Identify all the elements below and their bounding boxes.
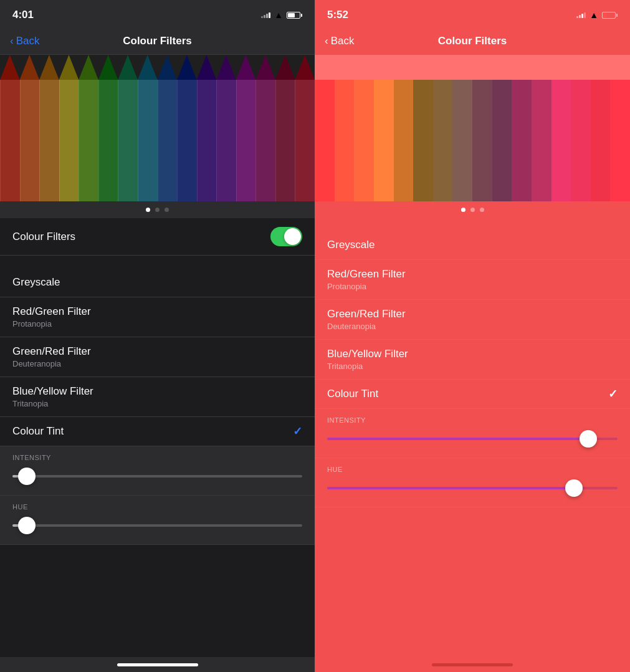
right-filter-list: Greyscale Red/Green Filter Protanopia Gr… bbox=[315, 231, 630, 409]
filter-sub-1: Protanopia bbox=[12, 319, 302, 329]
filter-checkmark-4: ✓ bbox=[608, 387, 618, 401]
left-signal-icon bbox=[261, 12, 270, 18]
slider-group-1: HUE bbox=[315, 458, 630, 507]
right-sliders-section: INTENSITY HUE bbox=[315, 409, 630, 507]
filter-item-3[interactable]: Blue/Yellow Filter Tritanopia bbox=[315, 340, 630, 380]
filter-item-0[interactable]: Greyscale bbox=[0, 268, 315, 297]
right-phone-panel: 5:52 ▲ ‹ Back Colour Filters bbox=[315, 0, 630, 672]
filter-item-4[interactable]: Colour Tint ✓ bbox=[315, 380, 630, 409]
slider-1[interactable] bbox=[327, 479, 618, 497]
filter-item-1[interactable]: Red/Green Filter Protanopia bbox=[0, 297, 315, 337]
left-chevron-icon: ‹ bbox=[10, 35, 14, 47]
left-sliders-section: INTENSITY HUE bbox=[0, 446, 315, 545]
slider-1[interactable] bbox=[12, 517, 302, 534]
slider-group-1: HUE bbox=[0, 496, 315, 545]
left-time: 4:01 bbox=[12, 9, 34, 21]
left-battery-icon bbox=[287, 12, 302, 19]
filter-sub-3: Tritanopia bbox=[12, 399, 302, 408]
filter-label-0: Greyscale bbox=[12, 276, 302, 289]
left-page-indicators bbox=[0, 201, 315, 218]
left-back-label: Back bbox=[16, 35, 40, 47]
filter-label-2: Green/Red Filter bbox=[327, 308, 618, 320]
filter-item-0[interactable]: Greyscale bbox=[315, 231, 630, 260]
filter-sub-2: Deuteranopia bbox=[327, 322, 618, 331]
right-chevron-icon: ‹ bbox=[325, 35, 328, 47]
left-toggle-knob bbox=[284, 228, 301, 245]
filter-item-3[interactable]: Blue/Yellow Filter Tritanopia bbox=[0, 377, 315, 417]
right-home-indicator bbox=[315, 657, 630, 672]
left-colour-filters-toggle[interactable] bbox=[270, 227, 302, 246]
filter-label-1: Red/Green Filter bbox=[327, 268, 618, 281]
left-back-button[interactable]: ‹ Back bbox=[10, 35, 39, 47]
right-battery-icon bbox=[602, 12, 618, 19]
slider-0[interactable] bbox=[327, 430, 618, 448]
left-nav-bar: ‹ Back Colour Filters bbox=[0, 27, 315, 55]
left-phone-panel: 4:01 ▲ ‹ Back Colour Filters bbox=[0, 0, 315, 672]
filter-label-4: Colour Tint bbox=[327, 388, 618, 400]
filter-label-2: Green/Red Filter bbox=[12, 345, 302, 358]
slider-label-0: INTENSITY bbox=[12, 454, 302, 461]
right-status-bar: 5:52 ▲ bbox=[315, 0, 630, 27]
filter-item-1[interactable]: Red/Green Filter Protanopia bbox=[315, 260, 630, 300]
left-dot-1[interactable] bbox=[146, 208, 150, 212]
left-dot-3[interactable] bbox=[165, 208, 169, 212]
right-back-button[interactable]: ‹ Back bbox=[325, 35, 354, 47]
filter-label-3: Blue/Yellow Filter bbox=[12, 385, 302, 398]
filter-sub-1: Protanopia bbox=[327, 282, 618, 291]
filter-item-2[interactable]: Green/Red Filter Deuteranopia bbox=[315, 300, 630, 340]
filter-label-4: Colour Tint bbox=[12, 425, 302, 438]
left-status-bar: 4:01 ▲ bbox=[0, 0, 315, 27]
right-page-indicators bbox=[315, 201, 630, 218]
right-signal-icon bbox=[576, 12, 586, 18]
right-nav-bar: ‹ Back Colour Filters bbox=[315, 27, 630, 55]
filter-label-0: Greyscale bbox=[327, 239, 618, 251]
right-page-title: Colour Filters bbox=[438, 35, 507, 47]
left-colour-filters-toggle-row: Colour Filters bbox=[0, 218, 315, 256]
right-dot-1[interactable] bbox=[461, 208, 465, 212]
slider-label-1: HUE bbox=[327, 466, 618, 473]
filter-label-3: Blue/Yellow Filter bbox=[327, 348, 618, 360]
right-settings-content: Greyscale Red/Green Filter Protanopia Gr… bbox=[315, 218, 630, 657]
right-wifi-icon: ▲ bbox=[589, 10, 598, 20]
filter-item-4[interactable]: Colour Tint ✓ bbox=[0, 417, 315, 446]
left-status-icons: ▲ bbox=[261, 10, 302, 20]
left-colour-filters-label: Colour Filters bbox=[12, 231, 75, 243]
right-back-label: Back bbox=[331, 35, 355, 47]
right-dot-3[interactable] bbox=[480, 208, 484, 212]
filter-item-2[interactable]: Green/Red Filter Deuteranopia bbox=[0, 337, 315, 377]
filter-sub-2: Deuteranopia bbox=[12, 359, 302, 368]
slider-label-0: INTENSITY bbox=[327, 416, 618, 424]
right-status-icons: ▲ bbox=[576, 10, 618, 20]
filter-label-1: Red/Green Filter bbox=[12, 305, 302, 318]
slider-label-1: HUE bbox=[12, 503, 302, 511]
right-time: 5:52 bbox=[327, 9, 348, 21]
slider-0[interactable] bbox=[12, 468, 302, 485]
right-pencils-image bbox=[315, 55, 630, 201]
slider-group-0: INTENSITY bbox=[315, 409, 630, 458]
right-dot-2[interactable] bbox=[470, 208, 475, 212]
left-home-indicator bbox=[0, 657, 315, 672]
left-page-title: Colour Filters bbox=[123, 35, 192, 47]
left-wifi-icon: ▲ bbox=[274, 10, 283, 20]
right-top-space bbox=[315, 218, 630, 231]
filter-checkmark-4: ✓ bbox=[293, 425, 302, 438]
left-pencils-image bbox=[0, 55, 315, 201]
filter-sub-3: Tritanopia bbox=[327, 362, 618, 371]
right-home-bar bbox=[432, 663, 513, 666]
left-settings-content: Colour Filters Greyscale Red/Green Filte… bbox=[0, 218, 315, 657]
left-home-bar bbox=[117, 663, 198, 666]
left-dot-2[interactable] bbox=[155, 208, 160, 212]
slider-group-0: INTENSITY bbox=[0, 446, 315, 496]
left-filter-list: Greyscale Red/Green Filter Protanopia Gr… bbox=[0, 268, 315, 446]
